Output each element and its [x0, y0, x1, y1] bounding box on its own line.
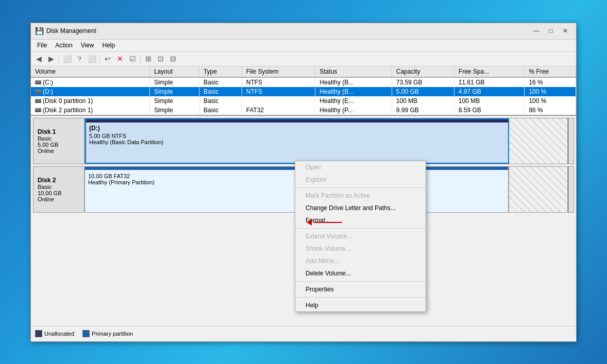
col-pct[interactable]: % Free: [525, 66, 576, 77]
context-menu-item-open: Open: [295, 161, 426, 174]
cell-layout: Simple: [149, 106, 199, 115]
cell-fs: [242, 96, 315, 106]
disk1-topbar: [86, 119, 508, 123]
disk1-row: Disk 1 Basic 5.00 GB Online (D:) 5.00 GB…: [33, 118, 574, 164]
disk1-part-size: 5.00 GB NTFS: [89, 133, 505, 139]
cell-pct: 100 %: [525, 96, 576, 106]
window-title: Disk Management: [46, 27, 530, 34]
view-button[interactable]: ⬜: [61, 53, 73, 64]
col-status[interactable]: Status: [315, 66, 392, 77]
back-button[interactable]: ◀: [33, 53, 44, 64]
disk1-size: 5.00 GB: [38, 142, 80, 148]
context-menu-item-properties[interactable]: Properties: [295, 283, 426, 296]
properties-button[interactable]: ⬜: [86, 53, 97, 64]
cell-free: 100 MB: [454, 96, 525, 106]
legend-primary-icon: [82, 330, 90, 337]
disk2-label: Disk 2 Basic 10.00 GB Online: [33, 167, 85, 212]
disk1-status: Online: [38, 148, 80, 154]
cell-capacity: 5.00 GB: [392, 87, 454, 96]
context-menu-separator: [295, 228, 426, 229]
maximize-button[interactable]: □: [544, 25, 558, 37]
disk2-status: Online: [38, 196, 80, 202]
disk1-type: Basic: [38, 135, 80, 142]
col-type[interactable]: Type: [199, 66, 242, 77]
disk1-part-label: (D:): [89, 125, 505, 132]
col-filesystem[interactable]: File System: [242, 66, 315, 77]
menu-action[interactable]: Action: [51, 41, 76, 50]
col-capacity[interactable]: Capacity: [392, 66, 454, 77]
title-bar: 💾 Disk Management — □ ✕: [31, 23, 576, 40]
table-row[interactable]: (Disk 2 partition 1) Simple Basic FAT32 …: [31, 106, 576, 115]
undo-button[interactable]: ↩: [102, 53, 113, 64]
cell-fs: NTFS: [242, 77, 315, 87]
cell-type: Basic: [199, 87, 242, 96]
menu-view[interactable]: View: [77, 41, 98, 50]
close-button[interactable]: ✕: [559, 25, 572, 37]
cell-type: Basic: [199, 106, 242, 115]
col-layout[interactable]: Layout: [149, 66, 199, 77]
context-menu-item-delete-volume---[interactable]: Delete Volume...: [295, 267, 426, 280]
toolbar-sep1: [59, 54, 59, 63]
cell-status: Healthy (P...: [315, 106, 392, 115]
context-menu-item-mark-partition-as-active: Mark Partition as Active: [295, 189, 426, 202]
cell-layout: Simple: [149, 87, 199, 96]
table-row[interactable]: (D:) Simple Basic NTFS Healthy (B... 5.0…: [31, 87, 576, 96]
legend-primary: Primary partition: [82, 330, 133, 337]
disk2-size: 10.00 GB: [38, 190, 80, 196]
disk2-type: Basic: [38, 184, 80, 190]
menu-help[interactable]: Help: [98, 41, 120, 50]
col-volume[interactable]: Volume: [31, 66, 149, 77]
context-menu: OpenExploreMark Partition as ActiveChang…: [295, 161, 426, 312]
cell-layout: Simple: [149, 96, 199, 106]
context-menu-item-change-drive-letter-and-paths---[interactable]: Change Drive Letter and Paths...: [295, 202, 426, 214]
disk2-nav: [568, 167, 574, 212]
cell-volume: (D:): [31, 87, 149, 96]
help-button[interactable]: ?: [74, 53, 85, 64]
cell-fs: NTFS: [242, 87, 315, 96]
cell-volume: (Disk 0 partition 1): [31, 96, 149, 106]
cell-type: Basic: [199, 96, 242, 106]
context-menu-item-add-mirror---: Add Mirror...: [295, 255, 426, 267]
forward-button[interactable]: ▶: [45, 53, 57, 64]
disk1-partitions: (D:) 5.00 GB NTFS Healthy (Basic Data Pa…: [85, 118, 568, 164]
cell-pct: 16 %: [525, 77, 576, 87]
disk1-nav: [568, 118, 574, 164]
context-menu-separator: [295, 297, 426, 298]
cell-free: 11.61 GB: [454, 77, 525, 87]
check-button[interactable]: ☑: [127, 53, 138, 64]
window-icon: 💾: [35, 27, 43, 35]
delete-button[interactable]: ✕: [114, 53, 126, 64]
context-menu-item-format---[interactable]: Format...: [295, 214, 426, 227]
disk2-unallocated[interactable]: [509, 167, 568, 212]
legend-primary-label: Primary partition: [92, 331, 133, 337]
disk1-label: Disk 1 Basic 5.00 GB Online: [33, 118, 85, 164]
context-menu-separator: [295, 281, 426, 282]
context-menu-item-extend-volume---: Extend Volume...: [295, 230, 426, 242]
table-row[interactable]: (C:) Simple Basic NTFS Healthy (B... 73.…: [31, 77, 576, 87]
cell-free: 4.97 GB: [454, 87, 525, 96]
cell-capacity: 100 MB: [392, 96, 454, 106]
col-free[interactable]: Free Spa...: [454, 66, 525, 77]
volume-table-area: Volume Layout Type File System Status Ca…: [31, 66, 576, 116]
legend-unalloc-label: Unallocated: [44, 331, 74, 337]
refresh-button[interactable]: ⊟: [167, 53, 179, 64]
disk1-part-health: Healthy (Basic Data Partition): [89, 139, 505, 145]
legend-unallocated: Unallocated: [35, 330, 74, 337]
menu-file[interactable]: File: [33, 41, 51, 50]
table-header-row: Volume Layout Type File System Status Ca…: [31, 66, 576, 77]
cell-free: 8.59 GB: [454, 106, 525, 115]
title-controls: — □ ✕: [530, 25, 572, 37]
context-menu-item-help[interactable]: Help: [295, 299, 426, 311]
disk1-unallocated[interactable]: [509, 118, 568, 164]
legend-bar: Unallocated Primary partition: [31, 326, 576, 341]
add-button[interactable]: ⊞: [143, 53, 154, 64]
minimize-button[interactable]: —: [530, 25, 543, 37]
export-button[interactable]: ⊡: [155, 53, 166, 64]
cell-capacity: 73.59 GB: [392, 77, 454, 87]
cell-pct: 86 %: [525, 106, 576, 115]
disk1-partition-main[interactable]: (D:) 5.00 GB NTFS Healthy (Basic Data Pa…: [85, 118, 509, 164]
table-row[interactable]: (Disk 0 partition 1) Simple Basic Health…: [31, 96, 576, 106]
disk1-name: Disk 1: [38, 128, 80, 135]
cell-status: Healthy (B...: [315, 87, 392, 96]
menu-bar: File Action View Help: [31, 40, 576, 52]
